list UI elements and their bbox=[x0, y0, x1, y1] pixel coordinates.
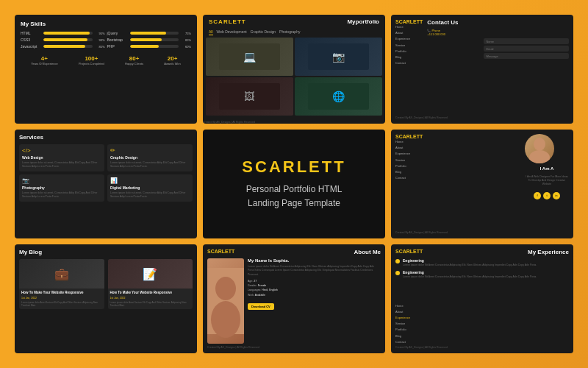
skill-bar-js bbox=[43, 45, 93, 48]
about-me-brand: SCARLETT bbox=[207, 249, 234, 255]
contact-title: Contact Us bbox=[427, 19, 569, 26]
exp-nav-experience[interactable]: Experience bbox=[395, 315, 410, 320]
center-subtitle-line2: Landing Page Template bbox=[248, 198, 340, 208]
exp-nav-service[interactable]: Service bbox=[395, 321, 410, 326]
exp-nav-about[interactable]: About bbox=[395, 309, 410, 314]
blog-thumb-1: 💼 bbox=[19, 259, 104, 289]
lang-value: Hindi, English bbox=[262, 289, 277, 291]
stat-experience-label: Years Of Experience bbox=[31, 62, 58, 66]
service-web-name: Web Design bbox=[22, 155, 101, 160]
ap-nav-experience[interactable]: Experience bbox=[395, 151, 423, 156]
nav-contact[interactable]: Contact bbox=[395, 60, 423, 66]
exp-nav-portfolio[interactable]: Portfolio bbox=[395, 327, 410, 332]
about-iam-text: I Am A bbox=[540, 166, 554, 171]
facebook-button[interactable]: f bbox=[534, 192, 541, 199]
stat-projects-label: Projects Completed bbox=[79, 62, 104, 66]
skills-title: My Skills bbox=[21, 21, 191, 27]
ap-nav-contact[interactable]: Contact bbox=[395, 175, 423, 180]
camera-icon: 📷 bbox=[308, 43, 369, 70]
blog-thumb-2: 📝 bbox=[108, 259, 193, 289]
portfolio-thumb-1[interactable]: 💻 bbox=[206, 38, 293, 76]
portfolio-thumb-3[interactable]: 🖼 bbox=[206, 77, 293, 116]
portfolio-brand: SCARLETT bbox=[209, 18, 246, 25]
exp-content-1: Engineering Lorem ipsum dolor Sit Amet C… bbox=[403, 258, 569, 267]
skill-bar-html bbox=[43, 32, 93, 35]
tab-graphic[interactable]: Graphic Design bbox=[251, 29, 276, 35]
exp-nav-blog[interactable]: Blog bbox=[395, 333, 410, 339]
skill-bar-php bbox=[130, 45, 179, 48]
portfolio-thumb-2[interactable]: 📷 bbox=[295, 38, 382, 76]
ap-nav-portfolio[interactable]: Portfolio bbox=[395, 163, 423, 169]
nav-blog[interactable]: Blog bbox=[395, 54, 423, 60]
twitter-button[interactable]: t bbox=[543, 192, 551, 199]
ap-nav-about[interactable]: About bbox=[395, 145, 423, 150]
ap-nav-service[interactable]: Service bbox=[395, 158, 423, 163]
download-cv-button[interactable]: Download CV bbox=[248, 303, 274, 310]
tab-all[interactable]: All bbox=[209, 29, 213, 35]
nav-about[interactable]: About bbox=[395, 30, 423, 35]
about-me-portrait-svg bbox=[207, 258, 244, 344]
blog-post-1-desc: Lorem ipsum dolor Amet Sectum Elit Copy … bbox=[21, 301, 102, 307]
stat-experience-num: 4+ bbox=[31, 55, 58, 62]
contact-message-input[interactable] bbox=[484, 53, 569, 59]
services-title: Services bbox=[19, 134, 193, 141]
portfolio-card: SCARLETT Myportfolio All Web Development… bbox=[203, 15, 385, 124]
contact-name-input[interactable] bbox=[484, 38, 569, 44]
service-web-desc: Lorem ipsum dolor sit amet, Consectetur … bbox=[22, 161, 101, 169]
about-socials: f t in bbox=[534, 192, 560, 199]
about-me-detail: Age: 27 Gender: Female Languages: Hindi,… bbox=[248, 279, 381, 297]
experience-item-1: Engineering Lorem ipsum dolor Sit Amet C… bbox=[395, 258, 569, 267]
blog-post-1[interactable]: 💼 How To Make Your Website Responsive 1s… bbox=[19, 259, 104, 309]
detail-work: Work: Available bbox=[248, 293, 381, 297]
skill-pct-css: 90% bbox=[95, 38, 105, 42]
portfolio-thumb-4[interactable]: 🌐 bbox=[295, 77, 382, 116]
nav-experience[interactable]: Experience bbox=[395, 36, 423, 41]
stat-clients: 80+ Happy Clients bbox=[125, 55, 143, 66]
skill-row-css: CSS3 90% Bootstrap 65% bbox=[21, 38, 191, 42]
service-photo-desc: Lorem ipsum dolor sit amet, Consectetur … bbox=[22, 191, 101, 199]
skill-pct-php: 60% bbox=[181, 45, 191, 49]
ap-nav-blog[interactable]: Blog bbox=[395, 169, 423, 174]
blog-title: My Blog bbox=[19, 249, 193, 255]
exp-nav-home[interactable]: Home bbox=[395, 303, 410, 308]
contact-card: SCARLETT Home About Experience Service P… bbox=[391, 15, 573, 124]
portfolio-tabs[interactable]: All Web Development Graphic Design Photo… bbox=[203, 27, 385, 38]
service-photo-name: Photography bbox=[22, 185, 101, 190]
skill-name-php: PHP bbox=[107, 44, 128, 49]
ap-nav-home[interactable]: Home bbox=[395, 139, 423, 144]
stat-clients-label: Happy Clients bbox=[125, 62, 143, 66]
service-graphic-design: ✏ Graphic Design Lorem ipsum dolor sit a… bbox=[107, 144, 193, 171]
phone-number: +111 000 000 bbox=[427, 32, 445, 36]
contact-header: SCARLETT Home About Experience Service P… bbox=[395, 19, 569, 66]
exp-nav-contact[interactable]: Contact bbox=[395, 339, 410, 344]
about-me-info: My Name Is Sophia. Lorem ipsum dolor Sit… bbox=[248, 258, 381, 344]
svg-point-1 bbox=[529, 150, 550, 163]
exp-desc-2: Lorem ipsum dolor Sit Amet Consectetur A… bbox=[403, 275, 569, 279]
design-icon: 🖼 bbox=[219, 83, 280, 110]
blog-post-1-title: How To Make Your Website Responsive bbox=[21, 291, 102, 295]
exp-credit: Created By AS_Designs | bbox=[395, 346, 424, 349]
tab-photo[interactable]: Photography bbox=[279, 29, 300, 35]
service-photography: 📷 Photography Lorem ipsum dolor sit amet… bbox=[19, 174, 104, 202]
skill-name-html: HTML bbox=[21, 31, 41, 35]
linkedin-button[interactable]: in bbox=[553, 192, 560, 199]
blog-post-2-desc: Lorem ipsum dolor Amet Sectum Elit Copy … bbox=[110, 301, 191, 307]
nav-home[interactable]: Home bbox=[395, 24, 423, 29]
exp-rights: All Rights Reserved bbox=[425, 346, 448, 349]
portfolio-footer: Created By AS_Designs | All Rights Reser… bbox=[203, 118, 385, 124]
ap-credit: Created By AS_Designs | bbox=[395, 231, 424, 234]
stat-projects: 100+ Projects Completed bbox=[79, 55, 104, 66]
about-me-title: About Me bbox=[354, 249, 381, 255]
services-card: Services </> Web Design Lorem ipsum dolo… bbox=[15, 130, 197, 238]
blog-post-2[interactable]: 📝 How To Make Your Website Responsive 1s… bbox=[108, 259, 193, 309]
skill-pct-jquery: 75% bbox=[181, 32, 191, 35]
nav-portfolio[interactable]: Portfolio bbox=[395, 49, 423, 54]
tab-web[interactable]: Web Development bbox=[217, 29, 247, 35]
portrait-svg bbox=[525, 134, 554, 163]
contact-email-input[interactable] bbox=[484, 46, 569, 52]
about-me-card: SCARLETT About Me My Name Is Sophia. Lor… bbox=[203, 244, 385, 353]
services-grid: </> Web Design Lorem ipsum dolor sit ame… bbox=[19, 144, 193, 202]
stat-projects-num: 100+ bbox=[79, 55, 104, 62]
center-subtitle: Personal Portfolio HTML Landing Page Tem… bbox=[246, 183, 343, 210]
nav-service[interactable]: Service bbox=[395, 43, 423, 48]
